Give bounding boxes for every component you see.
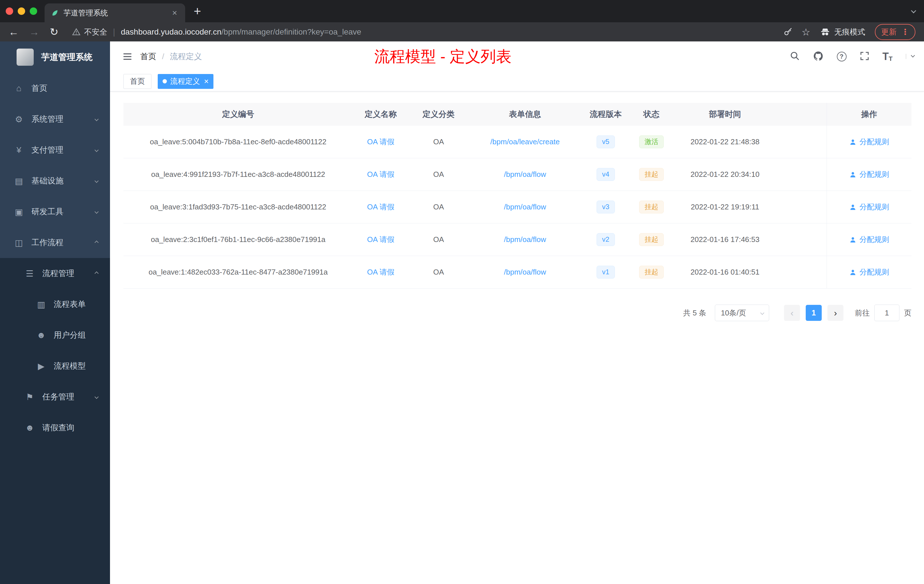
bookmark-star-icon[interactable]: ☆: [802, 26, 810, 38]
column-header: 定义编号: [124, 103, 353, 126]
definition-category: OA: [409, 256, 469, 288]
definition-name-link[interactable]: OA 请假: [367, 234, 394, 244]
sidebar-item-label: 基础设施: [31, 175, 63, 186]
chevron-up-icon: [94, 271, 99, 276]
page-number-1[interactable]: 1: [806, 305, 822, 321]
address-bar[interactable]: dashboard.yudao.iocoder.cn/bpm/manager/d…: [121, 27, 361, 36]
definition-id: oa_leave:5:004b710b-7b8a-11ec-8ef0-acde4…: [124, 126, 353, 158]
update-label: 更新: [881, 27, 897, 37]
form-icon: ▥: [34, 299, 48, 309]
version-badge: v1: [597, 266, 615, 279]
maximize-window-button[interactable]: [30, 7, 37, 15]
github-icon[interactable]: [813, 51, 824, 63]
page-size-value: 10条/页: [721, 308, 746, 318]
url-domain: dashboard.yudao.iocoder.cn: [121, 27, 221, 36]
sidebar-item-label: 任务管理: [42, 391, 74, 402]
sidebar-item-process-management[interactable]: ☰ 流程管理: [0, 258, 110, 289]
reload-button[interactable]: ↻: [50, 26, 58, 38]
goto-page-input[interactable]: [874, 305, 899, 321]
sidebar-item-workflow[interactable]: ◫ 工作流程: [0, 227, 110, 258]
cell-filler: [777, 158, 827, 191]
form-link[interactable]: /bpm/oa/flow: [504, 235, 546, 244]
security-indicator[interactable]: 不安全: [72, 27, 107, 37]
deploy-time: 2022-01-22 20:34:10: [673, 158, 777, 191]
chevron-down-icon: [760, 311, 764, 315]
sidebar-item-devtools[interactable]: ▣ 研发工具: [0, 196, 110, 227]
search-icon[interactable]: [790, 51, 800, 62]
browser-menu-icon[interactable]: ⋮: [901, 27, 909, 36]
back-button[interactable]: ←: [8, 26, 19, 38]
sidebar-item-label: 工作流程: [31, 237, 63, 248]
person-icon: [849, 138, 856, 146]
sidebar-item-system-management[interactable]: ⚙ 系统管理: [0, 104, 110, 135]
active-dot-icon: [163, 79, 167, 83]
assign-rule-button[interactable]: 分配规则: [849, 170, 889, 180]
close-window-button[interactable]: [6, 7, 13, 15]
sidebar-item-task-management[interactable]: ⚑ 任务管理: [0, 381, 110, 412]
password-key-icon[interactable]: [784, 27, 792, 36]
app-logo[interactable]: 芋道管理系统: [0, 41, 110, 73]
definition-name-link[interactable]: OA 请假: [367, 170, 394, 180]
prev-page-button[interactable]: ‹: [784, 305, 800, 321]
form-link[interactable]: /bpm/oa/leave/create: [490, 137, 560, 146]
sidebar-item-leave-query[interactable]: ☻ 请假查询: [0, 412, 110, 443]
sidebar-item-process-form[interactable]: ▥ 流程表单: [0, 289, 110, 320]
home-icon: ⌂: [12, 83, 26, 93]
url-separator: |: [113, 27, 115, 37]
form-link[interactable]: /bpm/oa/flow: [504, 268, 546, 277]
assign-rule-button[interactable]: 分配规则: [849, 234, 889, 244]
tab-search-chevron-icon[interactable]: [912, 8, 916, 14]
definition-name-link[interactable]: OA 请假: [367, 137, 394, 147]
new-tab-button[interactable]: +: [194, 4, 201, 18]
form-link[interactable]: /bpm/oa/flow: [504, 203, 546, 211]
column-header: 表单信息: [469, 103, 581, 126]
breadcrumb-home[interactable]: 首页: [140, 51, 156, 62]
tab-close-icon[interactable]: ×: [170, 8, 179, 18]
column-header: 流程版本: [581, 103, 630, 126]
status-badge: 挂起: [639, 201, 664, 213]
incognito-label: 无痕模式: [834, 27, 865, 37]
assign-rule-button[interactable]: 分配规则: [849, 202, 889, 212]
tag-home[interactable]: 首页: [124, 74, 152, 89]
tag-process-definition[interactable]: 流程定义 ×: [158, 74, 213, 89]
deploy-time: 2022-01-16 01:40:51: [673, 256, 777, 288]
version-badge: v4: [597, 168, 615, 181]
definition-name-link[interactable]: OA 请假: [367, 267, 394, 277]
chevron-down-icon: [94, 395, 99, 399]
column-header: 定义分类: [409, 103, 469, 126]
person-icon: [849, 203, 856, 211]
minimize-window-button[interactable]: [18, 7, 25, 15]
sidebar-collapse-button[interactable]: [110, 52, 140, 61]
breadcrumb: 首页 / 流程定义: [140, 51, 202, 62]
help-icon[interactable]: ?: [837, 52, 846, 61]
table-row: oa_leave:4:991f2193-7b7f-11ec-a3c8-acde4…: [124, 158, 911, 191]
incognito-icon: [820, 27, 830, 37]
sidebar-item-infrastructure[interactable]: ▤ 基础设施: [0, 165, 110, 196]
browser-tab[interactable]: 芋道管理系统 ×: [45, 3, 185, 22]
fullscreen-icon[interactable]: [860, 51, 870, 62]
page-size-select[interactable]: 10条/页: [715, 305, 769, 321]
breadcrumb-current: 流程定义: [170, 51, 202, 62]
sidebar-item-label: 流程表单: [54, 299, 86, 310]
assign-rule-button[interactable]: 分配规则: [849, 137, 889, 147]
definition-id: oa_leave:4:991f2193-7b7f-11ec-a3c8-acde4…: [124, 158, 353, 191]
tag-close-icon[interactable]: ×: [204, 77, 209, 86]
sidebar-item-user-group[interactable]: ☻ 用户分组: [0, 320, 110, 351]
sidebar-item-home[interactable]: ⌂ 首页: [0, 73, 110, 104]
form-link[interactable]: /bpm/oa/flow: [504, 170, 546, 179]
chevron-down-icon: [94, 117, 99, 121]
sidebar-item-label: 请假查询: [42, 422, 74, 433]
user-menu[interactable]: [906, 54, 906, 59]
definition-name-link[interactable]: OA 请假: [367, 202, 394, 212]
sidebar-item-payment-management[interactable]: ¥ 支付管理: [0, 135, 110, 165]
goto-suffix: 页: [904, 308, 911, 318]
avatar[interactable]: [906, 54, 906, 59]
chrome-update-button[interactable]: 更新 ⋮: [875, 24, 916, 40]
assign-rule-label: 分配规则: [860, 137, 889, 147]
forward-button[interactable]: →: [29, 26, 40, 38]
next-page-button[interactable]: ›: [827, 305, 843, 321]
assign-rule-button[interactable]: 分配规则: [849, 267, 889, 277]
font-size-icon[interactable]: TT: [883, 51, 893, 63]
sidebar-item-process-model[interactable]: ▶ 流程模型: [0, 351, 110, 381]
sidebar-item-label: 流程管理: [42, 268, 74, 279]
